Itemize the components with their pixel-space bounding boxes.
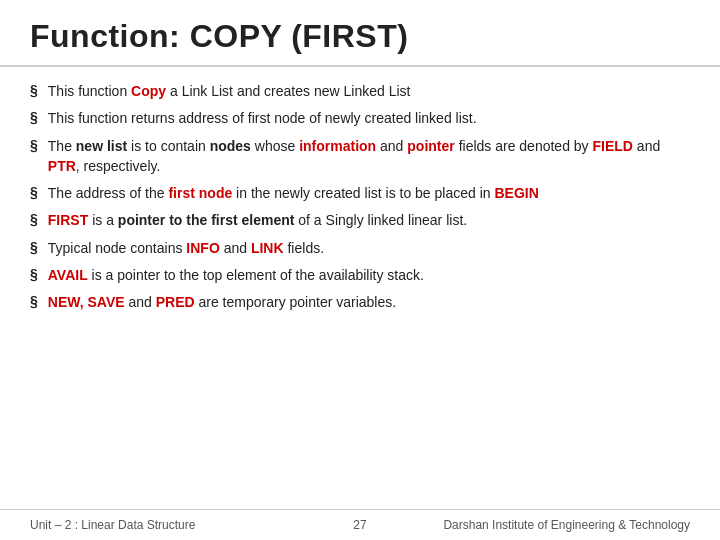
bullet-item: §NEW, SAVE and PRED are temporary pointe… <box>30 292 690 312</box>
bullet-text: FIRST is a pointer to the first element … <box>48 210 467 230</box>
bullet-text: The new list is to contain nodes whose i… <box>48 136 690 177</box>
slide-title: Function: COPY (FIRST) <box>30 18 408 54</box>
bullet-text: This function Copy a Link List and creat… <box>48 81 411 101</box>
bullet-item: §Typical node contains INFO and LINK fie… <box>30 238 690 258</box>
bullet-marker: § <box>30 137 38 153</box>
bullet-item: §AVAIL is a pointer to the top element o… <box>30 265 690 285</box>
bullet-marker: § <box>30 82 38 98</box>
footer-page-number: 27 <box>353 518 366 532</box>
slide-container: Function: COPY (FIRST) §This function Co… <box>0 0 720 540</box>
bullet-text: NEW, SAVE and PRED are temporary pointer… <box>48 292 396 312</box>
bullet-text: AVAIL is a pointer to the top element of… <box>48 265 424 285</box>
content-area: §This function Copy a Link List and crea… <box>0 67 720 509</box>
bullet-text: This function returns address of first n… <box>48 108 477 128</box>
bullet-text: The address of the first node in the new… <box>48 183 539 203</box>
bullet-marker: § <box>30 184 38 200</box>
bullet-text: Typical node contains INFO and LINK fiel… <box>48 238 324 258</box>
footer-left: Unit – 2 : Linear Data Structure <box>30 518 313 532</box>
bullet-marker: § <box>30 109 38 125</box>
bullet-marker: § <box>30 239 38 255</box>
footer: Unit – 2 : Linear Data Structure 27 Dars… <box>0 509 720 540</box>
footer-right: Darshan Institute of Engineering & Techn… <box>407 518 690 532</box>
bullet-item: §The new list is to contain nodes whose … <box>30 136 690 177</box>
bullet-item: §FIRST is a pointer to the first element… <box>30 210 690 230</box>
bullet-item: §This function Copy a Link List and crea… <box>30 81 690 101</box>
bullet-item: §This function returns address of first … <box>30 108 690 128</box>
bullet-marker: § <box>30 266 38 282</box>
bullet-item: §The address of the first node in the ne… <box>30 183 690 203</box>
bullet-marker: § <box>30 211 38 227</box>
bullet-marker: § <box>30 293 38 309</box>
title-area: Function: COPY (FIRST) <box>0 0 720 67</box>
